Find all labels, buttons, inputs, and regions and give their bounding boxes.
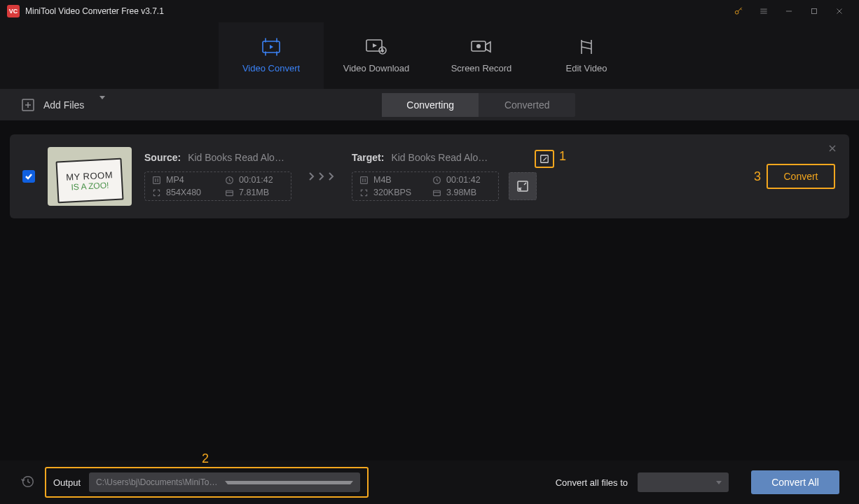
- license-key-icon[interactable]: [726, 0, 751, 22]
- meta-resolution: 854X480: [152, 188, 211, 197]
- output-path-select[interactable]: C:\Users\bj\Documents\MiniTool Video Con…: [89, 472, 360, 492]
- add-files-button[interactable]: Add Files: [21, 98, 105, 112]
- convert-all-button[interactable]: Convert All: [751, 470, 839, 494]
- meta-format: MP4: [152, 175, 211, 185]
- chevron-down-icon: [716, 481, 722, 484]
- callout-1: 1: [559, 149, 566, 164]
- output-path-value: C:\Users\bj\Documents\MiniTool Video Con…: [96, 477, 219, 487]
- target-meta: M4B 00:01:42 320KBPS 3.98MB: [352, 172, 499, 201]
- source-label: Source:: [144, 152, 181, 163]
- file-list: MY ROOM IS A ZOO! Source: Kid Books Read…: [0, 120, 859, 232]
- nav-video-download[interactable]: Video Download: [324, 22, 429, 89]
- svg-rect-12: [361, 176, 368, 183]
- video-thumbnail[interactable]: MY ROOM IS A ZOO!: [48, 147, 132, 206]
- minimize-button[interactable]: [776, 0, 802, 22]
- maximize-button[interactable]: [802, 0, 827, 22]
- meta-duration: 00:01:42: [225, 175, 284, 185]
- nav-label: Edit Video: [565, 63, 607, 74]
- titlebar: VC MiniTool Video Converter Free v3.7.1: [0, 0, 859, 22]
- bottom-bar: 2 Output C:\Users\bj\Documents\MiniTool …: [0, 461, 859, 504]
- meta-size: 7.81MB: [225, 188, 284, 197]
- nav-label: Video Convert: [242, 63, 300, 74]
- main-nav: Video Convert Video Download Screen Reco…: [0, 22, 859, 89]
- remove-file-button[interactable]: [828, 144, 837, 155]
- target-label: Target:: [352, 152, 384, 163]
- edit-target-button[interactable]: [535, 150, 554, 168]
- screen-record-icon: [470, 38, 493, 56]
- target-block: Target: Kid Books Read Alou... 1 M4B 00:…: [352, 152, 537, 201]
- history-icon[interactable]: [20, 474, 35, 491]
- meta-bitrate: 320KBPS: [359, 188, 418, 197]
- target-filename: Kid Books Read Alou...: [391, 152, 489, 163]
- source-meta: MP4 00:01:42 854X480 7.81MB: [144, 172, 291, 201]
- svg-rect-10: [226, 190, 233, 195]
- chevron-down-icon: [99, 99, 105, 111]
- app-logo: VC: [7, 5, 20, 18]
- sub-toolbar: Add Files Converting Converted: [0, 89, 859, 120]
- video-download-icon: [365, 38, 387, 56]
- app-title: MiniTool Video Converter Free v3.7.1: [25, 6, 164, 16]
- thumb-text-2: IS A ZOO!: [71, 180, 109, 192]
- nav-video-convert[interactable]: Video Convert: [219, 22, 324, 89]
- output-label: Output: [53, 477, 81, 488]
- nav-label: Screen Record: [451, 63, 512, 74]
- svg-point-6: [476, 44, 481, 48]
- chevron-down-icon: [225, 481, 353, 484]
- nav-screen-record[interactable]: Screen Record: [429, 22, 534, 89]
- source-filename: Kid Books Read Alou...: [188, 152, 286, 163]
- file-checkbox[interactable]: [22, 170, 35, 183]
- hamburger-menu-icon[interactable]: [751, 0, 776, 22]
- tab-converting[interactable]: Converting: [382, 93, 479, 117]
- conversion-tabs: Converting Converted: [382, 93, 575, 117]
- svg-rect-14: [434, 190, 441, 195]
- add-files-label: Add Files: [43, 99, 84, 111]
- edit-video-icon: [577, 38, 596, 56]
- tab-converted[interactable]: Converted: [479, 93, 575, 117]
- video-convert-icon: [261, 38, 282, 56]
- arrow-icon: [304, 172, 339, 181]
- meta-duration: 00:01:42: [432, 175, 491, 185]
- svg-rect-1: [812, 9, 817, 14]
- svg-point-0: [735, 10, 738, 14]
- source-block: Source: Kid Books Read Alou... MP4 00:01…: [144, 152, 291, 201]
- expand-preview-button[interactable]: [509, 172, 537, 200]
- close-window-button[interactable]: [827, 0, 852, 22]
- nav-edit-video[interactable]: Edit Video: [534, 22, 639, 89]
- nav-label: Video Download: [343, 63, 409, 74]
- file-card: MY ROOM IS A ZOO! Source: Kid Books Read…: [10, 134, 849, 218]
- convert-all-label: Convert all files to: [556, 477, 628, 488]
- svg-rect-8: [153, 176, 160, 183]
- convert-button[interactable]: Convert: [767, 164, 835, 189]
- output-path-block: 2 Output C:\Users\bj\Documents\MiniTool …: [45, 467, 369, 498]
- callout-3: 3: [754, 169, 761, 184]
- meta-format: M4B: [359, 175, 418, 185]
- meta-size: 3.98MB: [432, 188, 491, 197]
- file-actions: 3 Convert: [767, 164, 835, 189]
- target-format-select[interactable]: [638, 472, 729, 492]
- callout-2: 2: [202, 451, 209, 466]
